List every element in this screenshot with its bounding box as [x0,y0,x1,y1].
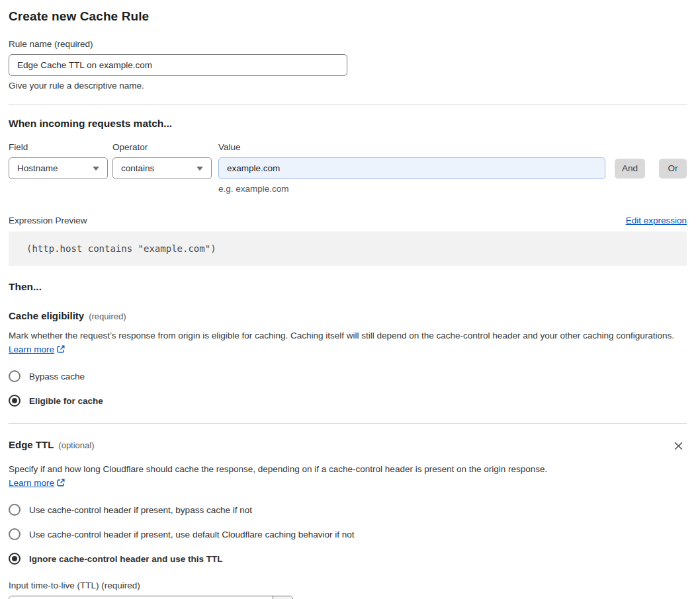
radio-row: Bypass cache [9,370,687,382]
page-title: Create new Cache Rule [9,9,687,24]
match-controls-row: Hostname contains And Or [9,157,687,179]
operator-select-value: contains [121,163,154,173]
ttl-combo [9,596,293,599]
expression-preview-code: (http.host contains "example.com") [9,231,687,266]
radio-label: Use cache-control header if present, use… [29,530,355,539]
radio-row: Use cache-control header if present, byp… [9,504,687,516]
radio-row: Use cache-control header if present, use… [9,528,687,540]
ttl-input-label: Input time-to-live (TTL) (required) [9,580,687,590]
or-button[interactable]: Or [659,159,687,179]
edge-ttl-description-text: Specify if and how long Cloudflare shoul… [9,464,547,474]
required-badge: (required) [89,311,126,321]
close-icon[interactable] [672,439,685,455]
learn-more-link[interactable]: Learn more [9,344,54,354]
expression-preview-header: Expression Preview Edit expression [9,216,687,225]
external-link-icon [56,344,66,358]
cache-eligibility-description-text: Mark whether the request’s response from… [9,331,674,340]
radio-use-header-bypass[interactable] [9,504,21,516]
rule-name-label: Rule name (required) [9,39,687,49]
value-help: e.g. example.com [218,184,687,194]
field-label: Field [9,142,112,152]
radio-ignore-header-use-ttl[interactable] [9,553,21,565]
cache-eligibility-description: Mark whether the request’s response from… [9,329,687,358]
edge-ttl-description: Specify if and how long Cloudflare shoul… [9,462,564,491]
section-divider [9,423,687,424]
radio-label: Eligible for cache [29,396,103,406]
edge-ttl-header: Edge TTL (optional) [9,439,687,455]
match-heading: When incoming requests match... [9,118,687,130]
and-button[interactable]: And [615,159,645,179]
cache-eligibility-header: Cache eligibility (required) [9,310,687,321]
rule-name-help: Give your rule a descriptive name. [9,81,687,91]
field-select[interactable]: Hostname [9,157,108,179]
radio-bypass-cache[interactable] [9,370,21,382]
radio-row: Eligible for cache [9,395,687,407]
edge-ttl-title: Edge TTL [9,439,54,450]
learn-more-link[interactable]: Learn more [9,478,54,488]
radio-use-header-default[interactable] [9,528,21,540]
radio-label: Bypass cache [29,372,85,381]
radio-label: Ignore cache-control header and use this… [29,554,223,564]
expression-preview-label: Expression Preview [9,216,87,225]
radio-eligible-for-cache[interactable] [9,395,21,407]
value-input[interactable] [218,157,605,179]
edit-expression-link[interactable]: Edit expression [626,216,687,225]
field-select-value: Hostname [17,163,58,173]
chevron-down-icon [197,167,203,171]
then-heading: Then... [9,281,687,293]
value-label: Value [218,142,241,152]
chevron-down-icon [93,167,99,171]
radio-row: Ignore cache-control header and use this… [9,553,687,565]
ttl-input[interactable] [9,596,273,599]
operator-select[interactable]: contains [112,157,212,179]
create-cache-rule-form: Create new Cache Rule Rule name (require… [0,0,700,599]
optional-badge: (optional) [58,440,94,450]
rule-name-input[interactable] [9,54,347,76]
external-link-icon [56,477,66,491]
cache-eligibility-title: Cache eligibility [9,310,84,321]
operator-label: Operator [112,142,218,152]
section-divider [9,104,687,105]
radio-label: Use cache-control header if present, byp… [29,505,252,515]
ttl-dropdown-button[interactable] [273,596,292,599]
edge-ttl-title-row: Edge TTL (optional) [9,439,95,450]
match-labels-row: Field Operator Value [9,142,687,152]
